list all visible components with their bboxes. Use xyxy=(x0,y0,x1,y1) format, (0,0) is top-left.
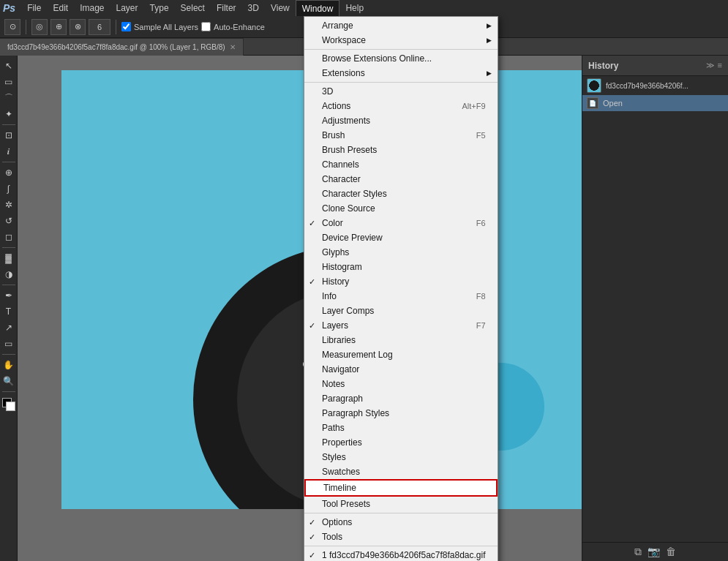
dd-color[interactable]: ✓ Color F6 xyxy=(304,216,498,230)
dd-brush[interactable]: Brush F5 xyxy=(304,128,498,143)
brush-tool-icon[interactable]: ∫ xyxy=(1,181,16,196)
menu-image[interactable]: Image xyxy=(74,0,110,16)
dd-character-label: Character xyxy=(322,174,361,184)
tool-icon-1[interactable]: ⊙ xyxy=(4,19,20,35)
dd-libraries[interactable]: Libraries xyxy=(304,333,498,347)
dd-browse-extensions[interactable]: Browse Extensions Online... xyxy=(304,51,498,66)
clone-stamp-icon[interactable]: ✲ xyxy=(1,197,16,212)
zoom-tool-icon[interactable]: 🔍 xyxy=(1,374,16,388)
magic-wand-icon[interactable]: ✦ xyxy=(1,107,16,121)
move-tool-icon[interactable]: ↖ xyxy=(1,59,16,73)
history-entry-0[interactable]: 📄 Open xyxy=(582,95,728,111)
dd-history[interactable]: ✓ History xyxy=(304,274,498,289)
dd-paragraph-styles[interactable]: Paragraph Styles xyxy=(304,406,498,421)
dd-notes[interactable]: Notes xyxy=(304,377,498,391)
dd-character[interactable]: Character xyxy=(304,172,498,187)
eraser-icon[interactable]: ◻ xyxy=(1,230,16,244)
history-duplicate-button[interactable]: ⧉ xyxy=(634,546,642,558)
dodge-icon[interactable]: ◑ xyxy=(1,267,16,282)
path-select-icon[interactable]: ↗ xyxy=(1,320,16,335)
menu-file[interactable]: File xyxy=(21,0,47,16)
gradient-icon[interactable]: ▓ xyxy=(1,251,16,266)
dd-channels[interactable]: Channels xyxy=(304,157,498,172)
history-panel-controls: ≫ ≡ xyxy=(706,61,722,70)
dd-info-shortcut: F8 xyxy=(462,292,486,301)
dd-tools[interactable]: ✓ Tools xyxy=(304,530,498,544)
auto-enhance-checkbox[interactable] xyxy=(201,22,211,31)
menu-3d[interactable]: 3D xyxy=(242,0,265,16)
menu-layer[interactable]: Layer xyxy=(110,0,144,16)
dd-extensions[interactable]: Extensions xyxy=(304,66,498,80)
dd-navigator[interactable]: Navigator xyxy=(304,362,498,377)
history-doc-row: fd3ccd7b49e366b4206f... xyxy=(582,76,728,95)
pen-tool-icon[interactable]: ✒ xyxy=(1,288,16,303)
history-menu-icon[interactable]: ≡ xyxy=(718,61,722,70)
history-doc-thumb xyxy=(587,78,601,93)
tab-close-button[interactable]: ✕ xyxy=(230,43,236,51)
dd-channels-label: Channels xyxy=(322,159,359,170)
menu-help[interactable]: Help xyxy=(339,0,369,16)
dd-adjustments[interactable]: Adjustments xyxy=(304,113,498,128)
dd-brush-shortcut: F5 xyxy=(462,131,486,140)
dd-properties[interactable]: Properties xyxy=(304,435,498,450)
dd-glyphs-label: Glyphs xyxy=(322,247,349,257)
dd-swatches[interactable]: Swatches xyxy=(304,464,498,479)
history-entry-thumb-0: 📄 xyxy=(587,97,598,109)
dd-options-label: Options xyxy=(322,517,352,527)
dd-brush-presets[interactable]: Brush Presets xyxy=(304,143,498,157)
menu-select[interactable]: Select xyxy=(175,0,211,16)
dd-character-styles[interactable]: Character Styles xyxy=(304,187,498,201)
healing-brush-icon[interactable]: ⊕ xyxy=(1,165,16,180)
dd-options[interactable]: ✓ Options xyxy=(304,515,498,530)
dd-info[interactable]: Info F8 xyxy=(304,289,498,304)
menu-edit[interactable]: Edit xyxy=(47,0,74,16)
menu-filter[interactable]: Filter xyxy=(211,0,242,16)
dd-timeline[interactable]: Timeline xyxy=(304,479,498,497)
eyedropper-icon[interactable]: 𝒊 xyxy=(1,144,16,159)
dd-tool-presets[interactable]: Tool Presets xyxy=(304,497,498,511)
crop-icon[interactable]: ⊡ xyxy=(1,128,16,143)
history-expand-icon[interactable]: ≫ xyxy=(706,61,715,70)
history-delete-button[interactable]: 🗑 xyxy=(666,546,676,558)
hand-tool-icon[interactable]: ✋ xyxy=(1,358,16,372)
select-rect-icon[interactable]: ▭ xyxy=(1,75,16,89)
brush-size-input[interactable]: 6 xyxy=(89,19,110,35)
shape-tool-icon[interactable]: ▭ xyxy=(1,336,16,351)
menu-view[interactable]: View xyxy=(265,0,296,16)
dd-histogram[interactable]: Histogram xyxy=(304,260,498,274)
background-color[interactable] xyxy=(6,402,15,411)
tool-icon-2[interactable]: ◎ xyxy=(31,19,48,35)
menu-window[interactable]: Window xyxy=(296,0,340,16)
text-tool-icon[interactable]: T xyxy=(1,304,16,319)
dd-character-styles-label: Character Styles xyxy=(322,189,387,199)
dd-glyphs[interactable]: Glyphs xyxy=(304,245,498,260)
dd-device-preview[interactable]: Device Preview xyxy=(304,230,498,245)
dd-layer-comps[interactable]: Layer Comps xyxy=(304,304,498,318)
lt-sep2 xyxy=(2,162,15,162)
dd-recent-file-1[interactable]: ✓ 1 fd3ccd7b49e366b4206f5ac7f8fa8dac.gif xyxy=(304,548,498,561)
dd-paths[interactable]: Paths xyxy=(304,421,498,435)
document-tab[interactable]: fd3ccd7b49e366b4206f5ac7f8fa8dac.gif @ 1… xyxy=(0,38,244,56)
dd-styles[interactable]: Styles xyxy=(304,450,498,464)
dd-recent-file-check: ✓ xyxy=(309,551,315,560)
lasso-icon[interactable]: ⌒ xyxy=(1,91,16,105)
dd-clone-source[interactable]: Clone Source xyxy=(304,201,498,216)
color-boxes[interactable] xyxy=(2,398,15,411)
tool-icon-4[interactable]: ⊗ xyxy=(70,19,86,35)
dd-workspace[interactable]: Workspace xyxy=(304,33,498,48)
sample-all-layers-checkbox[interactable] xyxy=(121,22,131,31)
tab-filename: fd3ccd7b49e366b4206f5ac7f8fa8dac.gif @ 1… xyxy=(7,43,225,51)
history-brush-icon[interactable]: ↺ xyxy=(1,214,16,228)
menu-type[interactable]: Type xyxy=(144,0,175,16)
dd-layers[interactable]: ✓ Layers F7 xyxy=(304,318,498,333)
history-snapshot-button[interactable]: 📷 xyxy=(648,546,660,558)
history-panel-title: History xyxy=(588,61,618,71)
dd-paragraph[interactable]: Paragraph xyxy=(304,391,498,406)
tool-icon-3[interactable]: ⊕ xyxy=(50,19,67,35)
dd-measurement-log[interactable]: Measurement Log xyxy=(304,347,498,362)
dd-actions[interactable]: Actions Alt+F9 xyxy=(304,99,498,113)
menu-bar: Ps File Edit Image Layer Type Select Fil… xyxy=(0,0,728,16)
dd-3d[interactable]: 3D xyxy=(304,84,498,99)
dd-arrange[interactable]: Arrange xyxy=(304,18,498,33)
dd-paths-label: Paths xyxy=(322,423,345,433)
